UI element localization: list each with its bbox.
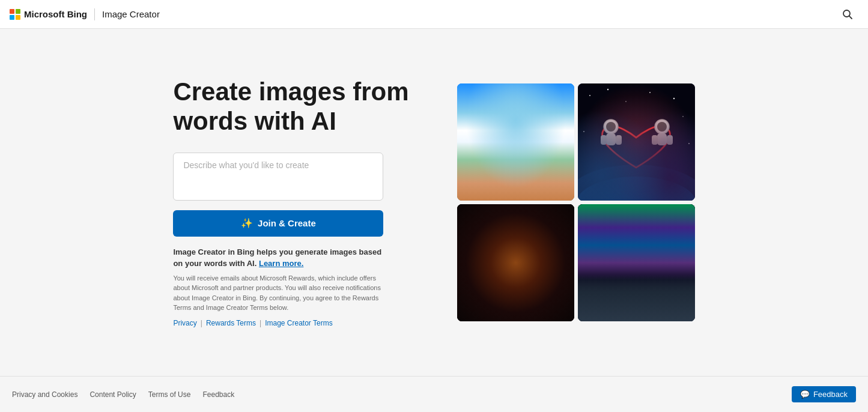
- footer-feedback-link[interactable]: Feedback: [202, 390, 234, 399]
- feedback-icon: 💬: [800, 390, 810, 399]
- footer-terms-link[interactable]: Terms of Use: [148, 390, 191, 399]
- svg-rect-27: [601, 135, 607, 145]
- svg-point-25: [606, 122, 616, 132]
- privacy-link[interactable]: Privacy: [173, 319, 196, 327]
- svg-point-35: [466, 213, 467, 214]
- svg-rect-31: [657, 133, 667, 145]
- svg-marker-10: [510, 111, 521, 124]
- svg-point-47: [472, 253, 479, 258]
- svg-rect-32: [652, 135, 658, 145]
- svg-marker-12: [517, 117, 526, 127]
- svg-rect-9: [457, 177, 574, 201]
- svg-point-64: [664, 211, 666, 212]
- image-card-2: [578, 83, 695, 201]
- svg-point-61: [589, 211, 590, 212]
- svg-point-56: [498, 302, 500, 304]
- moon-flowers-image: [457, 204, 574, 321]
- svg-point-57: [474, 298, 476, 300]
- svg-point-69: [578, 281, 626, 295]
- svg-point-7: [488, 121, 542, 142]
- svg-point-24: [604, 120, 618, 134]
- svg-point-72: [600, 295, 672, 305]
- svg-marker-11: [505, 117, 514, 127]
- header: Microsoft Bing Image Creator: [0, 0, 868, 29]
- svg-point-20: [583, 131, 584, 132]
- svg-point-46: [480, 258, 485, 265]
- svg-point-17: [649, 92, 651, 93]
- rewards-terms-link[interactable]: Rewards Terms: [206, 319, 256, 327]
- bing-logo: Microsoft Bing: [10, 9, 87, 20]
- fine-print: You will receive emails about Microsoft …: [173, 273, 383, 313]
- svg-point-41: [500, 217, 570, 287]
- footer-privacy-link[interactable]: Privacy and Cookies: [12, 390, 77, 399]
- svg-point-4: [481, 103, 511, 118]
- svg-point-5: [530, 100, 564, 115]
- svg-point-18: [673, 98, 674, 99]
- svg-point-45: [480, 245, 485, 252]
- search-button[interactable]: [837, 4, 858, 25]
- svg-point-40: [475, 222, 553, 300]
- svg-point-55: [485, 280, 487, 282]
- svg-point-53: [476, 275, 479, 278]
- svg-point-29: [655, 120, 669, 134]
- terms-links: Privacy | Rewards Terms | Image Creator …: [173, 319, 408, 327]
- svg-point-6: [488, 120, 542, 137]
- main-content: Create images from words with AI ✨ Join …: [0, 29, 868, 376]
- svg-rect-34: [457, 204, 574, 321]
- prompt-input[interactable]: [173, 153, 383, 201]
- svg-point-38: [463, 264, 464, 265]
- image-card-4: [578, 204, 695, 321]
- header-divider: [94, 8, 95, 20]
- svg-rect-28: [616, 135, 622, 145]
- helper-text: Image Creator in Bing helps you generate…: [173, 246, 383, 270]
- svg-point-16: [625, 101, 627, 102]
- svg-rect-2: [457, 83, 574, 201]
- svg-rect-60: [578, 204, 695, 321]
- svg-point-74: [608, 300, 644, 303]
- learn-more-link[interactable]: Learn more.: [259, 259, 303, 268]
- sparkle-icon: ✨: [241, 217, 253, 229]
- svg-point-51: [493, 265, 499, 273]
- svg-point-52: [475, 273, 481, 279]
- svg-point-30: [657, 122, 667, 132]
- svg-point-54: [484, 279, 488, 283]
- svg-point-22: [578, 165, 695, 201]
- svg-line-1: [849, 16, 852, 18]
- feedback-button[interactable]: 💬 Feedback: [792, 386, 856, 402]
- svg-point-23: [578, 177, 695, 201]
- image-creator-terms-link[interactable]: Image Creator Terms: [265, 319, 332, 327]
- svg-point-36: [558, 216, 559, 217]
- svg-rect-8: [511, 135, 520, 162]
- left-panel: Create images from words with AI ✨ Join …: [173, 77, 408, 327]
- svg-rect-13: [578, 83, 695, 201]
- svg-point-63: [637, 207, 638, 208]
- footer-content-policy-link[interactable]: Content Policy: [90, 390, 136, 399]
- svg-point-73: [603, 297, 669, 303]
- svg-point-48: [485, 253, 493, 258]
- svg-point-3: [463, 105, 499, 123]
- svg-rect-33: [667, 135, 673, 145]
- image-grid: [457, 83, 695, 321]
- svg-point-71: [650, 281, 695, 295]
- fantasy-waterfall-image: [457, 83, 574, 201]
- app-title: Image Creator: [102, 9, 160, 19]
- svg-point-15: [607, 89, 608, 90]
- svg-point-37: [568, 237, 569, 238]
- svg-point-65: [685, 208, 687, 210]
- svg-point-67: [688, 228, 690, 229]
- svg-point-21: [688, 143, 690, 144]
- brand-name: Microsoft Bing: [24, 9, 87, 19]
- svg-point-43: [476, 249, 488, 261]
- svg-point-42: [474, 221, 554, 301]
- svg-point-14: [589, 95, 590, 96]
- svg-point-59: [466, 291, 467, 292]
- image-card-1: [457, 83, 574, 201]
- join-create-button[interactable]: ✨ Join & Create: [173, 210, 383, 237]
- svg-rect-68: [578, 287, 695, 321]
- svg-point-49: [485, 265, 495, 275]
- footer: Privacy and Cookies Content Policy Terms…: [0, 376, 868, 412]
- svg-point-50: [481, 265, 487, 273]
- svg-point-39: [565, 282, 566, 283]
- image-card-3: [457, 204, 574, 321]
- search-icon: [842, 9, 853, 20]
